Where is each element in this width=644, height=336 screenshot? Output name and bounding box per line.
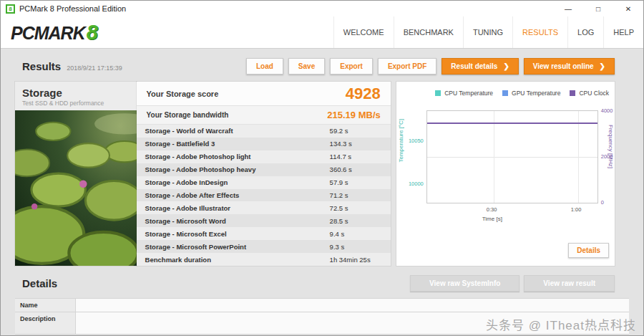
storage-card-header: Storage Test SSD & HDD performance [15, 82, 137, 110]
gridline [494, 111, 494, 203]
legend-cpu-temperature: CPU Temperature [435, 90, 493, 97]
nav-log[interactable]: LOG [567, 16, 603, 48]
details-name-header: Name [15, 299, 76, 312]
details-name-value [76, 299, 629, 312]
pcmark-logo: PCMARK 8 [11, 21, 98, 44]
chevron-right-icon: ❯ [503, 62, 509, 70]
nav-results[interactable]: RESULTS [512, 16, 567, 48]
lily-pads-photo [15, 110, 137, 266]
minimize-button[interactable]: — [553, 1, 583, 16]
right-axis-title: Frequency [MHz] [608, 125, 614, 168]
storage-card-title: Storage [22, 87, 130, 99]
app-window: 8 PCMark 8 Professional Edition — □ ✕ PC… [0, 0, 644, 336]
view-raw-systeminfo-button[interactable]: View raw SystemInfo [410, 275, 519, 292]
pcmark-app-icon: 8 [6, 4, 15, 14]
window-controls: — □ ✕ [553, 1, 643, 16]
left-axis-tick: 10050 [399, 138, 424, 144]
cpu-clock-swatch-icon [570, 90, 575, 96]
results-timestamp: 2018/9/21 17:15:39 [67, 64, 122, 72]
details-title: Details [22, 277, 57, 289]
nav-welcome[interactable]: WELCOME [333, 16, 394, 48]
table-row: Storage - World of Warcraft59.2 s [137, 125, 391, 138]
window-title: PCMark 8 Professional Edition [19, 4, 126, 13]
main-nav: WELCOME BENCHMARK TUNING RESULTS LOG HEL… [333, 16, 643, 48]
cpu-clock-series-line [427, 123, 597, 124]
results-panels: Storage Test SSD & HDD performance [15, 82, 615, 266]
nav-benchmark[interactable]: BENCHMARK [394, 16, 463, 48]
chart-details-button[interactable]: Details [568, 243, 609, 258]
left-axis-tick: 10000 [399, 181, 424, 187]
table-row: Storage - Adobe Illustrator72.5 s [137, 201, 391, 214]
app-header: PCMARK 8 WELCOME BENCHMARK TUNING RESULT… [1, 16, 643, 49]
nav-tuning[interactable]: TUNING [463, 16, 512, 48]
chart-plot-area [426, 110, 598, 203]
details-buttons: View raw SystemInfo View raw result [410, 275, 615, 292]
result-details-label: Result details [451, 62, 497, 70]
results-toolbar: Results 2018/9/21 17:15:39 Load Save Exp… [1, 49, 643, 82]
table-row: Storage - Microsoft Excel9.4 s [137, 227, 391, 240]
table-row: Storage - Adobe After Effects71.2 s [137, 189, 391, 202]
chevron-right-icon: ❯ [600, 62, 605, 70]
chart-legend: CPU Temperature GPU Temperature CPU Cloc… [396, 90, 609, 97]
storage-bandwidth-value: 215.19 MB/s [327, 110, 380, 120]
table-row: Storage - Battlefield 3134.3 s [137, 138, 391, 150]
gridline [578, 111, 579, 203]
storage-bandwidth-row: Your Storage bandwidth 215.19 MB/s [137, 106, 391, 125]
export-pdf-button[interactable]: Export PDF [378, 58, 436, 75]
gpu-temperature-swatch-icon [502, 90, 508, 96]
maximize-button[interactable]: □ [583, 1, 613, 16]
logo-badge-8: 8 [87, 21, 98, 44]
lily-pads-illustration [15, 110, 137, 266]
view-result-online-label: View result online [533, 62, 594, 70]
cpu-temperature-swatch-icon [435, 90, 441, 96]
gridline [427, 157, 597, 158]
view-result-online-button[interactable]: View result online ❯ [524, 58, 615, 75]
storage-bandwidth-label: Your Storage bandwidth [147, 111, 229, 119]
result-details-button[interactable]: Result details ❯ [441, 58, 518, 75]
right-axis-tick: 4000 [601, 107, 613, 114]
storage-score-label: Your Storage score [147, 90, 219, 98]
results-buttons: Load Save Export Export PDF Result detai… [246, 58, 615, 75]
table-row: Storage - Microsoft Word28.5 s [137, 214, 391, 227]
save-button[interactable]: Save [288, 58, 325, 75]
export-button[interactable]: Export [330, 58, 373, 75]
storage-score-row: Your Storage score 4928 [137, 82, 391, 106]
storage-score-value: 4928 [346, 85, 381, 103]
close-button[interactable]: ✕ [613, 1, 643, 16]
table-row: Storage - Adobe InDesign57.9 s [137, 176, 391, 189]
storage-card-subtitle: Test SSD & HDD performance [22, 100, 130, 107]
watermark: 头条号 @ ITheat热点科技 [486, 315, 636, 333]
monitoring-chart-panel: CPU Temperature GPU Temperature CPU Cloc… [396, 82, 615, 266]
table-row: Storage - Microsoft PowerPoint9.3 s [137, 240, 391, 253]
titlebar: 8 PCMark 8 Professional Edition — □ ✕ [1, 1, 643, 16]
x-axis-title: Time [s] [482, 216, 502, 222]
table-row: Name [15, 299, 629, 312]
table-row: Benchmark duration1h 34min 25s [137, 253, 391, 266]
x-axis-tick: 1:00 [571, 206, 582, 213]
sub-score-list: Storage - World of Warcraft59.2 s Storag… [137, 125, 391, 266]
logo-text: PCMARK [11, 23, 85, 44]
legend-gpu-temperature: GPU Temperature [502, 90, 560, 97]
legend-cpu-clock: CPU Clock [570, 90, 609, 97]
load-button[interactable]: Load [246, 58, 283, 75]
x-axis-tick: 0:30 [487, 206, 497, 213]
score-panel: Your Storage score 4928 Your Storage ban… [137, 82, 391, 266]
nav-help[interactable]: HELP [603, 16, 643, 48]
right-axis-tick: 0 [601, 199, 604, 206]
view-raw-result-button[interactable]: View raw result [524, 275, 615, 292]
details-toolbar: Details View raw SystemInfo View raw res… [22, 275, 615, 292]
table-row: Storage - Adobe Photoshop heavy360.6 s [137, 163, 391, 176]
storage-card: Storage Test SSD & HDD performance [15, 82, 137, 266]
details-description-header: Description [15, 312, 76, 334]
table-row: Storage - Adobe Photoshop light114.7 s [137, 150, 391, 163]
results-title: Results [22, 60, 61, 72]
